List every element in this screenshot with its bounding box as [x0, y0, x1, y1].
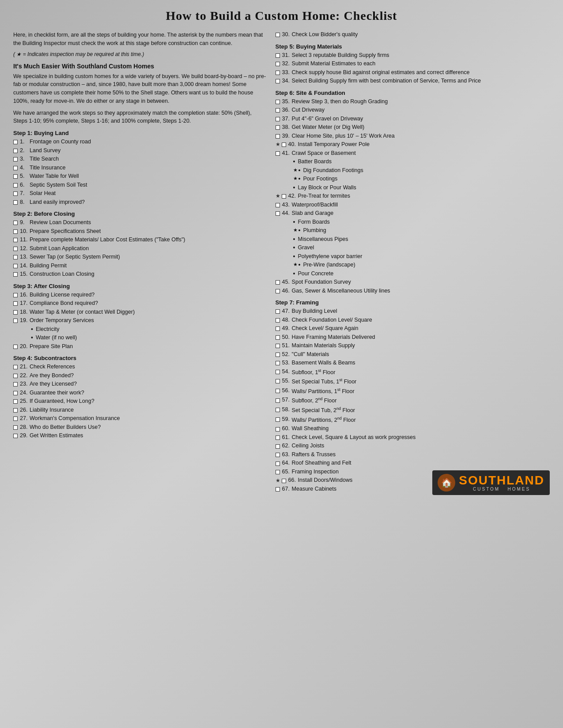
checkbox[interactable] [13, 264, 18, 268]
checkbox[interactable] [13, 200, 18, 205]
checkbox[interactable] [13, 191, 18, 196]
checkbox[interactable] [276, 435, 280, 440]
checkbox[interactable] [276, 389, 280, 393]
list-item: 5.Water Table for Well [13, 173, 267, 180]
list-item: 8.Land easily improved? [13, 199, 267, 206]
checkbox[interactable] [276, 125, 280, 130]
checkbox[interactable] [13, 183, 18, 188]
list-item: 30.Check Low Bidder's quality [276, 31, 550, 39]
list-item: 10.Prepare Specifications Sheet [13, 228, 267, 236]
checkbox[interactable] [276, 62, 280, 66]
checkbox[interactable] [13, 434, 18, 438]
list-item: 17.Compliance Bond required? [13, 300, 267, 308]
checkbox[interactable] [276, 361, 280, 365]
list-item: 50.Have Framing Materials Delivered [276, 334, 550, 341]
checkbox[interactable] [276, 79, 280, 83]
checkbox[interactable] [276, 326, 280, 331]
list-item: 18.Water Tap & Meter (or contact Well Di… [13, 308, 267, 316]
list-item: 58.Set Special Tub, 2nd Floor [276, 406, 550, 415]
checkbox[interactable] [276, 379, 280, 383]
checkbox[interactable] [13, 157, 18, 161]
checkbox[interactable] [276, 398, 280, 403]
checkbox[interactable] [13, 399, 18, 404]
checkbox[interactable] [276, 427, 280, 432]
checkbox[interactable] [276, 151, 280, 156]
checkbox[interactable] [13, 425, 18, 430]
list-item: 36.Cut Driveway [276, 106, 550, 114]
list-item: 63.Rafters & Trusses [276, 451, 550, 459]
checkbox[interactable] [13, 229, 18, 234]
list-item: 59.Walls/ Partitions, 2nd Floor [276, 416, 550, 424]
checkbox[interactable] [276, 444, 280, 449]
list-item: 24.Guarantee their work? [13, 389, 267, 397]
checkbox[interactable] [282, 194, 286, 199]
checkbox[interactable] [13, 417, 18, 421]
step-5-heading: Step 5: Buying Materials [276, 43, 550, 50]
checkbox[interactable] [13, 238, 18, 242]
checkbox[interactable] [276, 203, 280, 207]
checkbox[interactable] [13, 408, 18, 413]
checkbox[interactable] [13, 301, 18, 306]
checkbox[interactable] [13, 140, 18, 144]
checkbox[interactable] [276, 309, 280, 314]
sub-items: •Electricity •Water (if no well) [31, 326, 267, 342]
checkbox[interactable] [276, 353, 280, 357]
list-item: 57.Subfloor, 2nd Floor [276, 396, 550, 405]
checkbox[interactable] [13, 365, 18, 369]
checkbox[interactable] [13, 221, 18, 225]
checkbox[interactable] [13, 149, 18, 153]
checkbox[interactable] [276, 318, 280, 323]
step-6-heading: Step 6: Site & Foundation [276, 90, 550, 96]
step-4-section: Step 4: Subcontractors 21.Check Referenc… [13, 355, 267, 440]
checkbox[interactable] [13, 293, 18, 297]
checkbox[interactable] [13, 382, 18, 387]
checkbox[interactable] [276, 100, 280, 104]
step-3-section: Step 3: After Closing 16.Building Licens… [13, 283, 267, 351]
checkbox[interactable] [282, 143, 286, 147]
checkbox[interactable] [276, 211, 280, 216]
checkbox[interactable] [276, 370, 280, 374]
checkbox[interactable] [13, 345, 18, 349]
list-item: 64.Roof Sheathing and Felt [276, 459, 550, 467]
checkbox[interactable] [276, 408, 280, 412]
list-item: 52."Cull" Materials [276, 351, 550, 359]
checkbox[interactable] [276, 280, 280, 285]
list-item: 20.Prepare Site Plan [13, 343, 267, 351]
checkbox[interactable] [13, 166, 18, 170]
checkbox[interactable] [13, 374, 18, 378]
checkbox[interactable] [276, 487, 280, 492]
checkbox[interactable] [282, 479, 286, 483]
checkbox[interactable] [276, 108, 280, 113]
logo-text-sub: CUSTOM HOMES [459, 487, 544, 492]
list-item: 6.Septic System Soil Test [13, 181, 267, 189]
list-item: 7.Solar Heat [13, 190, 267, 198]
list-item: 61.Check Level, Square & Layout as work … [276, 434, 550, 442]
list-item: 44.Slab and Garage [276, 210, 550, 218]
checkbox[interactable] [276, 335, 280, 340]
checkbox[interactable] [13, 255, 18, 259]
checkbox[interactable] [276, 417, 280, 422]
step-2-heading: Step 2: Before Closing [13, 210, 267, 217]
checkbox[interactable] [276, 453, 280, 457]
checkbox[interactable] [13, 174, 18, 179]
list-item: 33.Check supply house Bid against origin… [276, 69, 550, 77]
checkbox[interactable] [13, 272, 18, 277]
list-item: 38.Get Water Meter (or Dig Well) [276, 124, 550, 131]
checkbox[interactable] [276, 53, 280, 58]
checkbox[interactable] [13, 247, 18, 251]
checkbox[interactable] [276, 344, 280, 348]
intro-text: Here, in checklist form, are all the ste… [13, 31, 267, 48]
list-item: 11.Prepare complete Materials/ Labor Cos… [13, 236, 267, 244]
checkbox[interactable] [276, 33, 280, 37]
checkbox[interactable] [276, 470, 280, 474]
checkbox[interactable] [276, 462, 280, 466]
checkbox[interactable] [276, 134, 280, 139]
logo-text-main: SOUTHLAND [459, 474, 544, 487]
list-item: 53.Basement Walls & Beams [276, 359, 550, 367]
checkbox[interactable] [13, 310, 18, 315]
checkbox[interactable] [276, 289, 280, 293]
checkbox[interactable] [13, 319, 18, 323]
checkbox[interactable] [276, 117, 280, 121]
checkbox[interactable] [13, 391, 18, 395]
checkbox[interactable] [276, 71, 280, 75]
